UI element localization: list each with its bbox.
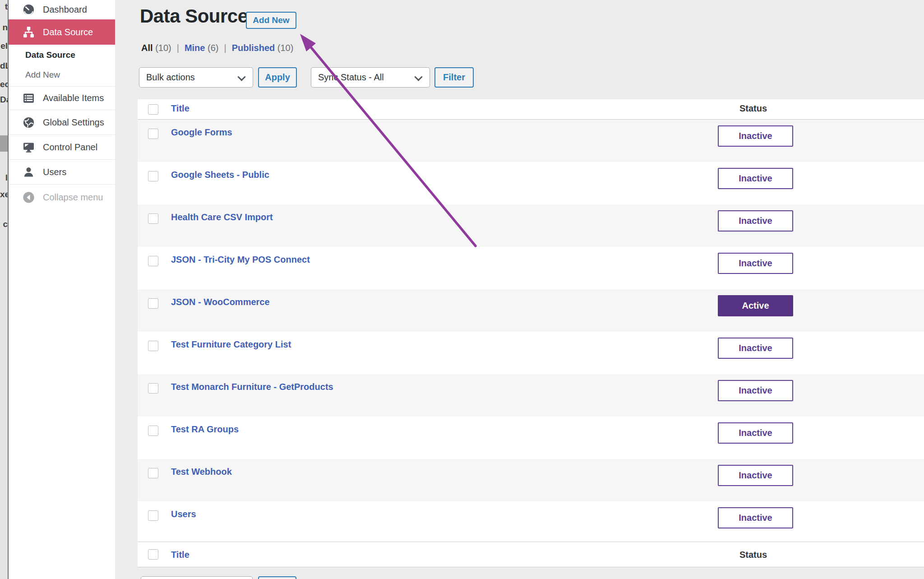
status-badge[interactable]: Inactive xyxy=(718,210,793,232)
table-row: Google Sheets - Public Inactive xyxy=(138,162,924,204)
row-checkbox[interactable] xyxy=(148,468,158,478)
row-checkbox[interactable] xyxy=(148,383,158,394)
table-row: Google Forms Inactive xyxy=(138,120,924,162)
sidebar-subitem-label: Data Source xyxy=(25,50,75,60)
view-link-published[interactable]: Published (10) xyxy=(232,43,294,53)
table-footer-row: Title Status xyxy=(138,542,924,567)
sync-status-select[interactable]: Sync Status - All xyxy=(311,67,430,88)
row-title-link[interactable]: Google Sheets - Public xyxy=(171,170,269,180)
status-badge[interactable]: Inactive xyxy=(718,507,793,528)
sidebar-subitem-add-new[interactable]: Add New xyxy=(9,67,115,83)
view-label: Mine xyxy=(185,43,205,53)
table-header-row: Title Status xyxy=(138,99,924,120)
background-window-edge: t n el dL ec Da l xe c xyxy=(0,0,9,579)
row-title-link[interactable]: Test RA Groups xyxy=(171,424,239,435)
row-title-link[interactable]: JSON - Tri-City My POS Connect xyxy=(171,255,310,265)
select-all-checkbox[interactable] xyxy=(148,104,158,115)
table-row: Test Webhook Inactive xyxy=(138,459,924,501)
select-all-checkbox[interactable] xyxy=(148,549,158,560)
sidebar-item-users[interactable]: Users xyxy=(9,160,115,184)
sync-status-value: Sync Status - All xyxy=(318,72,384,83)
filter-button[interactable]: Filter xyxy=(434,67,474,88)
row-checkbox[interactable] xyxy=(148,341,158,351)
sidebar-item-collapse-menu[interactable]: Collapse menu xyxy=(9,185,115,210)
users-icon xyxy=(23,166,35,178)
status-badge[interactable]: Inactive xyxy=(718,168,793,189)
clipped-text-fragment: Da xyxy=(0,95,8,105)
apply-button-bottom[interactable] xyxy=(258,576,296,579)
sidebar-item-control-panel[interactable]: Control Panel xyxy=(9,135,115,159)
global-settings-icon xyxy=(23,116,35,129)
view-filter-links: All (10)|Mine (6)|Published (10) xyxy=(141,43,293,53)
column-footer-title[interactable]: Title xyxy=(171,550,189,560)
row-title-link[interactable]: Test Furniture Category List xyxy=(171,339,291,350)
bulk-actions-select-bottom[interactable] xyxy=(141,576,253,579)
column-header-title[interactable]: Title xyxy=(171,103,189,114)
view-separator: | xyxy=(171,43,185,53)
apply-button[interactable]: Apply xyxy=(258,67,297,88)
row-checkbox[interactable] xyxy=(148,510,158,521)
control-panel-icon xyxy=(23,141,35,153)
row-checkbox[interactable] xyxy=(148,426,158,436)
sidebar-item-label: Collapse menu xyxy=(43,192,103,203)
row-title-link[interactable]: Health Care CSV Import xyxy=(171,212,273,222)
sidebar-item-available-items[interactable]: Available Items xyxy=(9,87,115,110)
page-title: Data Source xyxy=(140,5,248,27)
clipped-text-fragment: ec xyxy=(0,79,8,89)
sidebar-subitem-label: Add New xyxy=(25,70,60,80)
sidebar-item-global-settings[interactable]: Global Settings xyxy=(9,110,115,134)
table-row: Health Care CSV Import Inactive xyxy=(138,204,924,247)
sidebar-item-dashboard[interactable]: Dashboard xyxy=(9,0,115,19)
clipped-text-fragment: dL xyxy=(0,61,8,71)
row-title-link[interactable]: JSON - WooCommerce xyxy=(171,297,270,307)
view-count: (10) xyxy=(155,43,171,53)
collapse-menu-icon xyxy=(23,191,35,204)
add-new-button[interactable]: Add New xyxy=(246,12,296,29)
view-link-all[interactable]: All (10) xyxy=(141,43,171,53)
sidebar-item-label: Global Settings xyxy=(43,117,104,128)
row-title-link[interactable]: Test Monarch Furniture - GetProducts xyxy=(171,382,333,392)
table-row: Users Inactive xyxy=(138,501,924,542)
table-row: Test Monarch Furniture - GetProducts Ina… xyxy=(138,374,924,417)
clipped-text-fragment: c xyxy=(0,219,8,229)
status-badge[interactable]: Active xyxy=(718,295,793,316)
data-source-icon xyxy=(23,26,35,38)
row-checkbox[interactable] xyxy=(148,129,158,139)
status-badge[interactable]: Inactive xyxy=(718,253,793,274)
row-checkbox[interactable] xyxy=(148,171,158,181)
app: t n el dL ec Da l xe c Dashboard Data So… xyxy=(0,0,924,579)
chevron-down-icon xyxy=(237,73,245,81)
status-badge[interactable]: Inactive xyxy=(718,125,793,147)
clipped-text-fragment: el xyxy=(0,41,8,51)
row-checkbox[interactable] xyxy=(148,256,158,266)
clipped-text-fragment: l xyxy=(0,173,8,183)
status-badge[interactable]: Inactive xyxy=(718,422,793,444)
view-count: (10) xyxy=(277,43,294,53)
view-label: Published xyxy=(232,43,275,53)
table-row: JSON - WooCommerce Active xyxy=(138,289,924,332)
clipped-text-fragment: t xyxy=(0,2,8,12)
sidebar-item-data-source[interactable]: Data Source xyxy=(9,19,115,45)
row-checkbox[interactable] xyxy=(148,213,158,224)
status-badge[interactable]: Inactive xyxy=(718,338,793,359)
column-footer-status: Status xyxy=(739,550,767,560)
table-row: JSON - Tri-City My POS Connect Inactive xyxy=(138,247,924,289)
clipped-text-fragment: n xyxy=(0,23,8,32)
status-badge[interactable]: Inactive xyxy=(718,380,793,401)
sidebar-subitem-data-source[interactable]: Data Source xyxy=(9,47,115,63)
row-title-link[interactable]: Test Webhook xyxy=(171,467,232,477)
row-checkbox[interactable] xyxy=(148,298,158,309)
admin-sidebar: Dashboard Data Source Data Source Add Ne… xyxy=(9,0,115,579)
status-badge[interactable]: Inactive xyxy=(718,465,793,486)
row-title-link[interactable]: Users xyxy=(171,509,196,519)
sidebar-item-label: Data Source xyxy=(43,27,93,37)
column-header-status: Status xyxy=(739,103,767,114)
view-link-mine[interactable]: Mine (6) xyxy=(185,43,219,53)
clipped-text-fragment: xe xyxy=(0,190,8,199)
row-title-link[interactable]: Google Forms xyxy=(171,127,232,138)
bulk-actions-value: Bulk actions xyxy=(146,72,195,83)
chevron-down-icon xyxy=(414,73,422,81)
dashboard-icon xyxy=(23,4,35,16)
bulk-actions-select[interactable]: Bulk actions xyxy=(139,67,253,88)
table-row: Test Furniture Category List Inactive xyxy=(138,332,924,374)
